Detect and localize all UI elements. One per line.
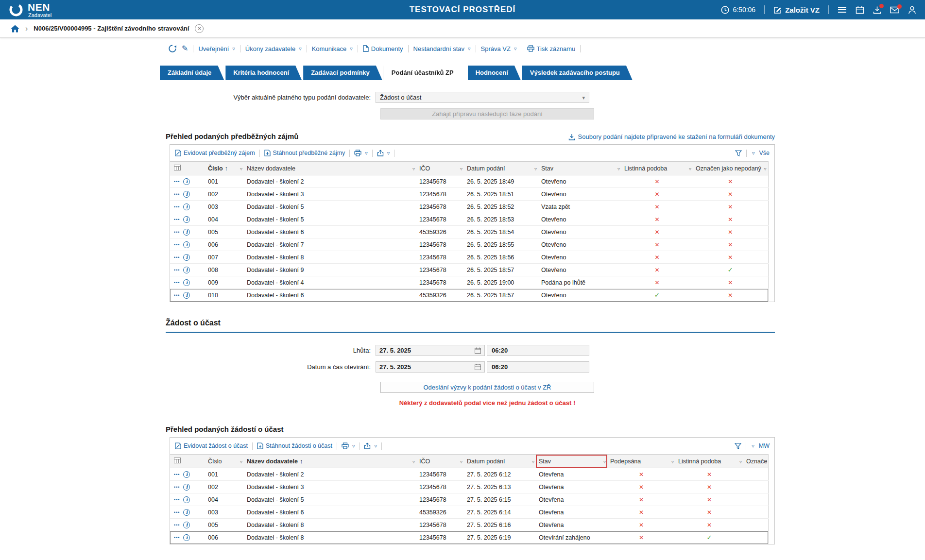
column-header[interactable]: Podepsána bbox=[607, 455, 675, 468]
row-menu-icon[interactable] bbox=[174, 280, 180, 285]
row-menu-icon[interactable] bbox=[174, 510, 180, 515]
grid-view-label[interactable]: Vše bbox=[759, 150, 770, 156]
row-info-icon[interactable] bbox=[183, 254, 190, 261]
row-menu-icon[interactable] bbox=[174, 192, 180, 197]
table-row[interactable]: 004Dodavatel - školení 51234567826. 5. 2… bbox=[170, 213, 768, 226]
table-row[interactable]: 009Dodavatel - školení 41234567826. 5. 2… bbox=[170, 276, 768, 289]
user-icon[interactable] bbox=[908, 6, 916, 14]
tab-zadavaci-podminky[interactable]: Zadávací podmínky bbox=[303, 66, 382, 80]
table-row[interactable]: 003Dodavatel - školení 64535932627. 5. 2… bbox=[170, 506, 768, 519]
menu-print-record[interactable]: Tisk záznamu bbox=[527, 45, 576, 52]
tab-podani-ucastniku-zp[interactable]: Podání účastníků ZP bbox=[384, 66, 466, 80]
row-info-icon[interactable] bbox=[183, 204, 190, 210]
export-grid-button[interactable] bbox=[377, 150, 390, 156]
filter-icon[interactable] bbox=[735, 443, 741, 449]
row-menu-icon[interactable] bbox=[174, 535, 180, 540]
export-grid-button[interactable] bbox=[364, 442, 377, 449]
column-filter-icon[interactable] bbox=[671, 458, 674, 465]
menu-vz-administration[interactable]: Správa VZ bbox=[481, 45, 517, 52]
row-info-icon[interactable] bbox=[183, 484, 190, 491]
row-menu-icon[interactable] bbox=[174, 523, 180, 527]
opening-time-field[interactable]: 06:20 bbox=[487, 361, 589, 373]
column-header[interactable]: Listinná podoba bbox=[675, 455, 743, 468]
row-menu-icon[interactable] bbox=[174, 230, 180, 235]
grid-view-selector[interactable] bbox=[751, 150, 755, 156]
column-header[interactable]: Datum podání bbox=[464, 455, 536, 468]
row-menu-icon[interactable] bbox=[174, 497, 180, 502]
table-row[interactable]: 006Dodavatel - školení 81234567827. 5. 2… bbox=[170, 531, 768, 544]
column-filter-icon[interactable] bbox=[460, 165, 462, 172]
column-header[interactable]: Datum podání bbox=[464, 162, 538, 175]
column-header[interactable]: Název dodavatele bbox=[244, 455, 416, 468]
submission-type-select[interactable]: Žádost o účast bbox=[376, 92, 589, 103]
deadline-time-field[interactable]: 06:20 bbox=[487, 345, 589, 356]
column-filter-icon[interactable] bbox=[532, 458, 534, 465]
row-menu-icon[interactable] bbox=[174, 217, 180, 222]
start-next-phase-button[interactable]: Zahájit přípravu následující fáze podání bbox=[380, 108, 594, 119]
row-info-icon[interactable] bbox=[183, 191, 190, 198]
menu-icon[interactable] bbox=[838, 6, 847, 14]
row-info-icon[interactable] bbox=[183, 471, 190, 478]
register-request-button[interactable]: Evidovat žádost o účast bbox=[175, 442, 248, 449]
column-filter-icon[interactable] bbox=[764, 165, 766, 172]
column-header[interactable]: Listinná podoba bbox=[621, 162, 693, 175]
send-invitation-button[interactable]: Odeslání výzvy k podání žádosti o účast … bbox=[380, 382, 594, 393]
calendar-icon[interactable] bbox=[856, 6, 864, 14]
row-menu-icon[interactable] bbox=[174, 485, 180, 490]
row-info-icon[interactable] bbox=[183, 496, 190, 503]
download-prelim-interests-button[interactable]: Stáhnout předběžné zájmy bbox=[264, 150, 345, 156]
row-menu-icon[interactable] bbox=[174, 242, 180, 247]
column-filter-icon[interactable] bbox=[739, 458, 742, 465]
column-chooser-icon[interactable] bbox=[170, 455, 205, 468]
column-filter-icon[interactable] bbox=[240, 165, 242, 172]
column-filter-icon[interactable] bbox=[240, 458, 242, 465]
deadline-date-field[interactable]: 27. 5. 2025 bbox=[376, 345, 485, 356]
table-row[interactable]: 005Dodavatel - školení 64535932626. 5. 2… bbox=[170, 226, 768, 238]
row-info-icon[interactable] bbox=[183, 267, 190, 273]
menu-communication[interactable]: Komunikace bbox=[312, 45, 353, 52]
column-filter-icon[interactable] bbox=[603, 458, 606, 465]
menu-documents[interactable]: Dokumenty bbox=[363, 45, 403, 52]
column-header[interactable]: IČO bbox=[416, 455, 464, 468]
calendar-icon[interactable] bbox=[475, 347, 481, 354]
register-prelim-interest-button[interactable]: Evidovat předběžný zájem bbox=[175, 150, 255, 156]
table-row[interactable]: 008Dodavatel - školení 91234567826. 5. 2… bbox=[170, 264, 768, 276]
table-row[interactable]: 006Dodavatel - školení 71234567826. 5. 2… bbox=[170, 238, 768, 251]
messages-icon[interactable] bbox=[890, 6, 899, 14]
download-requests-button[interactable]: Stáhnout žádosti o účast bbox=[257, 442, 332, 449]
grid-view-label[interactable]: MW bbox=[759, 442, 770, 449]
column-filter-icon[interactable] bbox=[689, 165, 691, 172]
home-icon[interactable] bbox=[11, 25, 19, 33]
column-filter-icon[interactable] bbox=[412, 165, 415, 172]
row-menu-icon[interactable] bbox=[174, 268, 180, 272]
column-header[interactable]: Označe bbox=[743, 455, 768, 468]
column-header[interactable]: Stav bbox=[536, 455, 607, 468]
row-menu-icon[interactable] bbox=[174, 204, 180, 209]
row-info-icon[interactable] bbox=[183, 229, 190, 236]
column-header[interactable]: Název dodavatele bbox=[244, 162, 416, 175]
tab-vysledek-zadavaciho-postupu[interactable]: Výsledek zadávacího postupu bbox=[522, 66, 633, 80]
tab-hodnoceni[interactable]: Hodnocení bbox=[468, 66, 521, 80]
history-icon[interactable] bbox=[168, 44, 177, 53]
downloads-icon[interactable] bbox=[873, 6, 881, 14]
column-filter-icon[interactable] bbox=[460, 458, 462, 465]
column-filter-icon[interactable] bbox=[534, 165, 537, 172]
tab-zakladni-udaje[interactable]: Základní údaje bbox=[160, 66, 224, 80]
print-grid-button[interactable] bbox=[342, 442, 355, 449]
table-row[interactable]: 004Dodavatel - školení 51234567827. 5. 2… bbox=[170, 493, 768, 506]
create-vz-button[interactable]: Založit VZ bbox=[773, 6, 820, 14]
row-info-icon[interactable] bbox=[183, 178, 190, 185]
column-chooser-icon[interactable] bbox=[170, 162, 205, 175]
tab-kriteria-hodnoceni[interactable]: Kritéria hodnocení bbox=[225, 66, 302, 80]
table-row[interactable]: 001Dodavatel - školení 21234567827. 5. 2… bbox=[170, 468, 768, 481]
row-menu-icon[interactable] bbox=[174, 179, 180, 184]
row-menu-icon[interactable] bbox=[174, 293, 180, 298]
grid-view-selector[interactable] bbox=[751, 443, 754, 449]
menu-publication[interactable]: Uveřejnění bbox=[198, 45, 235, 52]
edit-icon[interactable]: ✎ bbox=[182, 45, 188, 52]
table-row[interactable]: 007Dodavatel - školení 81234567826. 5. 2… bbox=[170, 251, 768, 264]
filter-icon[interactable] bbox=[735, 150, 742, 156]
table-row[interactable]: 005Dodavatel - školení 81234567827. 5. 2… bbox=[170, 519, 768, 531]
row-info-icon[interactable] bbox=[183, 241, 190, 248]
column-header[interactable]: IČO bbox=[416, 162, 464, 175]
